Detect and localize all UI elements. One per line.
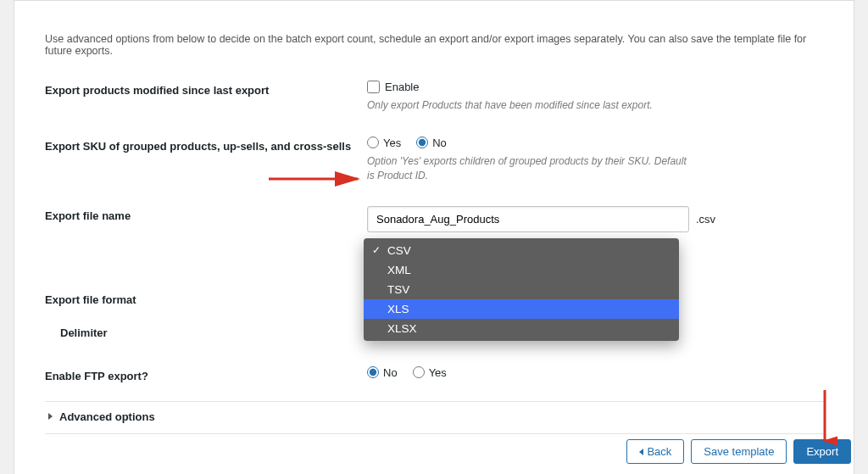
- dropdown-item-csv[interactable]: CSV: [364, 241, 679, 260]
- intro-text: Use advanced options from below to decid…: [45, 33, 823, 57]
- ftp-radios: No Yes: [367, 366, 823, 379]
- export-button[interactable]: Export: [793, 439, 851, 464]
- label-file-format: Export file format: [45, 290, 367, 306]
- label-export-modified: Export products modified since last expo…: [45, 81, 367, 97]
- advanced-options-label: Advanced options: [59, 410, 155, 423]
- dropdown-item-xls[interactable]: XLS: [364, 299, 679, 319]
- footer-actions: Back Save template Export: [626, 439, 851, 464]
- row-ftp: Enable FTP export? No Yes: [45, 366, 823, 382]
- dropdown-item-xml[interactable]: XML: [364, 260, 679, 280]
- caret-right-icon: [48, 413, 53, 420]
- export-label: Export: [806, 445, 838, 458]
- save-template-label: Save template: [704, 445, 774, 458]
- divider: [45, 433, 823, 434]
- ftp-yes-label: Yes: [429, 366, 447, 379]
- label-filename: Export file name: [45, 206, 367, 222]
- label-delimiter: Delimiter: [45, 323, 367, 339]
- sku-no[interactable]: No: [416, 137, 447, 149]
- enable-label: Enable: [385, 81, 419, 93]
- back-button[interactable]: Back: [626, 439, 684, 464]
- ftp-no-label: No: [383, 366, 398, 379]
- dropdown-item-xlsx[interactable]: XLSX: [364, 319, 679, 338]
- sku-no-label: No: [432, 137, 447, 149]
- help-modified: Only export Products that have been modi…: [367, 98, 689, 113]
- enable-checkbox-wrap[interactable]: Enable: [367, 81, 823, 93]
- label-sku-grouped: Export SKU of grouped products, up-sells…: [45, 137, 367, 153]
- save-template-button[interactable]: Save template: [691, 439, 787, 464]
- enable-checkbox[interactable]: [367, 81, 380, 93]
- back-label: Back: [647, 445, 671, 458]
- ftp-no-radio[interactable]: [367, 366, 379, 378]
- dropdown-item-tsv[interactable]: TSV: [364, 280, 679, 299]
- ftp-yes[interactable]: Yes: [413, 366, 447, 379]
- help-sku: Option 'Yes' exports children of grouped…: [367, 154, 689, 183]
- row-sku-grouped: Export SKU of grouped products, up-sells…: [45, 137, 823, 183]
- ftp-yes-radio[interactable]: [413, 366, 425, 378]
- advanced-options-toggle[interactable]: Advanced options: [45, 402, 823, 428]
- filename-extension: .csv: [696, 213, 715, 226]
- filename-input[interactable]: [367, 206, 689, 232]
- export-advanced-panel: Use advanced options from below to decid…: [14, 0, 854, 474]
- sku-yes[interactable]: Yes: [367, 137, 401, 149]
- ftp-no[interactable]: No: [367, 366, 398, 379]
- sku-yes-radio[interactable]: [367, 137, 379, 148]
- label-ftp: Enable FTP export?: [45, 366, 367, 382]
- row-export-modified: Export products modified since last expo…: [45, 81, 823, 113]
- sku-yes-label: Yes: [383, 137, 401, 149]
- sku-radios: Yes No: [367, 137, 823, 149]
- chevron-left-icon: [639, 449, 643, 455]
- sku-no-radio[interactable]: [416, 137, 428, 148]
- file-format-dropdown[interactable]: CSVXMLTSVXLSXLSX: [364, 238, 679, 341]
